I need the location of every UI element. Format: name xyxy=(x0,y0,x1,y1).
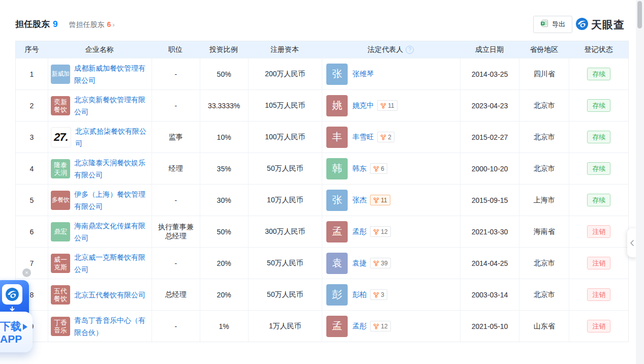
company-link[interactable]: 海南鼎宏文化传媒有限公司 xyxy=(74,220,151,244)
cell-region: 北京市 xyxy=(519,90,569,121)
legal-rep-link[interactable]: 张杰 xyxy=(352,196,366,205)
table-row: 6 鼎宏 海南鼎宏文化传媒有限公司 执行董事兼总经理 50% 300万人民币 孟… xyxy=(16,216,628,247)
relation-count-badge[interactable]: 2 xyxy=(377,132,394,142)
legal-rep-link[interactable]: 袁捷 xyxy=(352,259,366,268)
scrollbar-track[interactable] xyxy=(636,0,644,364)
cell-region: 上海市 xyxy=(519,185,569,216)
company-logo-text: 威一 克斯 xyxy=(54,256,67,271)
legal-rep-avatar[interactable]: 张 xyxy=(326,64,348,85)
tab-former-shareholder[interactable]: 曾担任股东 6 › xyxy=(69,20,114,29)
legal-rep-avatar[interactable]: 彭 xyxy=(326,284,348,306)
cell-company: 鼎宏 海南鼎宏文化传媒有限公司 xyxy=(48,216,151,247)
avatar-char: 张 xyxy=(332,193,342,207)
header-company: 企业名称 xyxy=(48,45,151,54)
status-badge: 存续 xyxy=(587,194,610,206)
relation-count-badge[interactable]: 11 xyxy=(377,100,397,111)
avatar-char: 袁 xyxy=(332,256,342,270)
cell-status: 存续 xyxy=(569,153,628,184)
relation-graph-icon xyxy=(373,323,379,329)
avatar-char: 丰 xyxy=(332,130,342,144)
company-link[interactable]: 北京隆泰天润餐饮娱乐有限公司 xyxy=(74,157,151,181)
cell-legal-rep: 彭 彭柏 3 xyxy=(322,279,459,310)
header-legal-rep-label: 法定代表人 xyxy=(367,45,403,54)
cell-ratio: 35% xyxy=(200,153,248,184)
relation-graph-icon xyxy=(373,197,379,203)
cell-ratio: 33.3333% xyxy=(200,90,248,121)
download-app-text: 下载 APP xyxy=(0,320,27,345)
relation-count: 12 xyxy=(381,228,387,235)
table-row: 9 丁香 音乐 青岛丁香音乐中心（有限合伙） - 1% 1万人民币 孟 孟彤 1… xyxy=(16,310,628,342)
help-icon[interactable]: ? xyxy=(406,46,414,54)
legal-rep-avatar[interactable]: 张 xyxy=(326,190,348,211)
cell-legal-rep: 孟 孟彤 12 xyxy=(322,216,459,247)
relation-count-badge[interactable]: 3 xyxy=(370,289,387,300)
cell-index: 7 xyxy=(16,248,48,279)
company-link[interactable]: 北京贰拾柒餐饮有限公司 xyxy=(75,125,151,149)
header-status: 登记状态 xyxy=(569,45,628,54)
legal-rep-link[interactable]: 张维琴 xyxy=(352,70,374,79)
cell-status: 存续 xyxy=(569,58,628,89)
company-logo: 鼎宏 xyxy=(51,222,70,241)
app-label: APP xyxy=(0,332,27,345)
cell-date: 2003-03-14 xyxy=(460,279,519,310)
relation-count: 12 xyxy=(381,323,387,330)
table-header-row: 序号 企业名称 职位 投资比例 注册资本 法定代表人 ? 成立日期 省份地区 登… xyxy=(16,41,628,58)
legal-rep-link[interactable]: 孟彤 xyxy=(352,227,366,236)
cell-company: 隆泰 天润 北京隆泰天润餐饮娱乐有限公司 xyxy=(48,153,151,184)
export-button[interactable]: x 导出 xyxy=(533,16,572,33)
legal-rep-avatar[interactable]: 孟 xyxy=(326,316,348,337)
company-logo-text: 多餐饮 xyxy=(52,196,70,204)
close-icon[interactable]: × xyxy=(22,268,31,277)
company-logo: 五代 餐饮 xyxy=(51,285,70,305)
cell-status: 注销 xyxy=(569,279,628,310)
legal-rep-avatar[interactable]: 孟 xyxy=(326,221,348,242)
legal-rep-avatar[interactable]: 姚 xyxy=(326,95,348,116)
app-download-bubble[interactable]: 下载 APP xyxy=(0,312,33,352)
cell-region: 北京市 xyxy=(519,279,569,310)
legal-rep-avatar[interactable]: 韩 xyxy=(326,158,348,179)
company-link[interactable]: 伊多（上海）餐饮管理有限公司 xyxy=(74,188,151,213)
tab-former-label: 曾担任股东 xyxy=(69,20,104,29)
legal-rep-link[interactable]: 孟彤 xyxy=(352,322,366,331)
table-row: 8 五代 餐饮 北京五代餐饮有限公司 总经理 20% 50万人民币 彭 彭柏 3… xyxy=(16,279,628,310)
cell-date: 2023-04-23 xyxy=(460,90,519,121)
legal-rep-avatar[interactable]: 袁 xyxy=(326,253,348,274)
side-panel-handle[interactable] xyxy=(627,228,636,257)
cell-position: 监事 xyxy=(151,122,200,153)
export-label: 导出 xyxy=(552,20,565,29)
company-link[interactable]: 青岛丁香音乐中心（有限合伙） xyxy=(74,314,151,339)
relation-count-badge[interactable]: 11 xyxy=(370,195,390,205)
company-logo-text: 隆泰 天润 xyxy=(54,161,67,176)
company-link[interactable]: 北京五代餐饮有限公司 xyxy=(74,289,151,301)
cell-position: - xyxy=(151,90,200,121)
cell-region: 海南省 xyxy=(519,216,569,247)
tianyancha-app-icon xyxy=(2,284,22,305)
status-badge: 存续 xyxy=(587,131,610,143)
legal-rep-avatar[interactable]: 丰 xyxy=(326,127,348,148)
relation-count-badge[interactable]: 12 xyxy=(370,321,390,331)
legal-rep-link[interactable]: 韩东 xyxy=(352,164,366,173)
cell-capital: 50万人民币 xyxy=(248,248,322,279)
company-link[interactable]: 成都新威加餐饮管理有限公司 xyxy=(74,62,151,86)
legal-rep-link[interactable]: 姚克中 xyxy=(352,101,374,110)
cell-company: 五代 餐饮 北京五代餐饮有限公司 xyxy=(48,279,151,310)
company-logo: 丁香 音乐 xyxy=(51,317,70,336)
play-triangle-icon xyxy=(23,324,27,330)
scrollbar-thumb[interactable] xyxy=(637,1,642,28)
relation-count-badge[interactable]: 6 xyxy=(370,163,387,174)
relation-count-badge[interactable]: 12 xyxy=(370,226,390,237)
cell-date: 2015-02-27 xyxy=(460,122,519,153)
legal-rep-link[interactable]: 彭柏 xyxy=(352,290,366,299)
cell-capital: 10万人民币 xyxy=(248,185,322,216)
cell-position: 经理 xyxy=(151,153,200,184)
cell-ratio: 20% xyxy=(200,248,248,279)
avatar-char: 张 xyxy=(332,67,342,81)
cell-capital: 50万人民币 xyxy=(248,153,322,184)
cell-ratio: 30% xyxy=(200,185,248,216)
brand-logo[interactable]: 天眼查 xyxy=(575,17,625,33)
relation-count-badge[interactable]: 39 xyxy=(370,258,390,268)
legal-rep-link[interactable]: 丰雪旺 xyxy=(352,133,374,142)
cell-date: 2021-05-10 xyxy=(460,311,519,342)
company-link[interactable]: 北京奕新餐饮管理有限公司 xyxy=(74,94,151,118)
company-link[interactable]: 北京威一克斯餐饮有限公司 xyxy=(74,251,151,276)
